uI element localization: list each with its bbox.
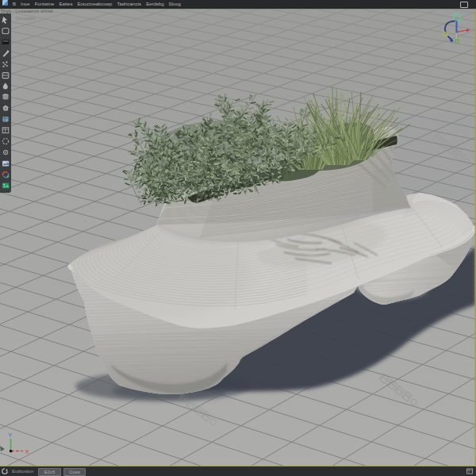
svg-text:Y: Y [8,432,13,439]
svg-text:X: X [25,448,30,455]
